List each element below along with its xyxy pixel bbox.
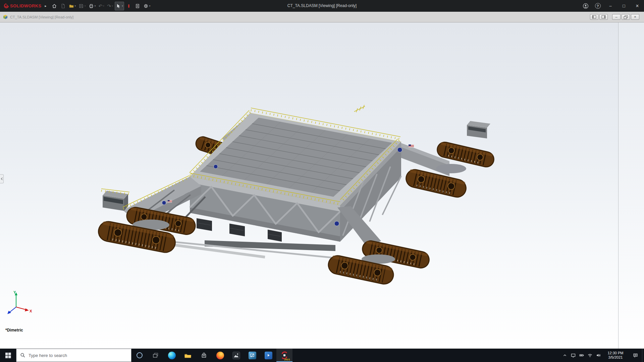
- options-dropdown-caret[interactable]: ▾: [149, 5, 151, 7]
- edrawings-icon: [249, 352, 256, 359]
- battery-tray-button[interactable]: [577, 349, 586, 362]
- volume-tray-button[interactable]: [594, 349, 602, 362]
- media-app-icon: [265, 352, 272, 359]
- media-app-button[interactable]: [260, 349, 276, 362]
- edge-icon: [168, 352, 176, 359]
- hidden-icons-button[interactable]: [560, 349, 569, 362]
- feature-panel-collapse-tab[interactable]: [0, 174, 4, 183]
- minimize-button[interactable]: –: [604, 0, 617, 12]
- dassault-swirl-icon: [3, 3, 9, 9]
- triad-x-label: X: [30, 309, 32, 313]
- document-close-button[interactable]: ×: [631, 14, 639, 20]
- search-icon: [20, 353, 25, 358]
- edge-button[interactable]: [164, 349, 180, 362]
- snapshot-button[interactable]: [125, 2, 133, 10]
- document-restore-button[interactable]: [622, 14, 630, 20]
- maximize-button[interactable]: □: [617, 0, 631, 12]
- display-tray-button[interactable]: [569, 349, 577, 362]
- clock-time: 12:30 PM: [602, 351, 629, 356]
- options-button[interactable]: ▾: [142, 2, 152, 10]
- firefox-button[interactable]: [212, 349, 228, 362]
- account-button[interactable]: [580, 0, 592, 12]
- taskbar-search[interactable]: [16, 349, 131, 362]
- select-cursor-icon: [116, 3, 121, 9]
- assembly-document-icon: [3, 14, 8, 20]
- windows-taskbar: 2021: [0, 349, 644, 362]
- print-icon: [89, 3, 94, 9]
- viewport-pane-left-button[interactable]: [590, 14, 598, 20]
- select-tool-button[interactable]: ▾: [115, 2, 124, 10]
- right-unit-machinery: [436, 164, 466, 173]
- crawler-transporter-model[interactable]: [0, 22, 618, 349]
- panel-collapse-arrow-icon: [1, 177, 3, 180]
- windows-logo-icon: [5, 353, 11, 358]
- solidworks-application-window: SOLIDWORKS ▸ ▾: [0, 0, 644, 362]
- store-icon: [201, 352, 207, 359]
- document-properties-icon: [135, 3, 140, 9]
- task-view-button[interactable]: [148, 349, 164, 362]
- roof-ladder: [354, 105, 365, 112]
- photos-button[interactable]: [228, 349, 244, 362]
- save-button[interactable]: ▾: [77, 2, 87, 10]
- under-deck-shadow: [205, 240, 335, 251]
- undo-icon: ↶: [99, 4, 103, 8]
- menu-flyout-arrow[interactable]: ▸: [45, 4, 47, 8]
- display-icon: [571, 353, 576, 358]
- us-flag-decal-left: [168, 200, 172, 202]
- help-icon: ?: [595, 3, 601, 9]
- task-view-icon: [153, 353, 159, 358]
- new-document-button[interactable]: [59, 2, 67, 10]
- redo-icon: ↷: [107, 4, 111, 8]
- wifi-icon: [587, 353, 593, 358]
- home-button[interactable]: [50, 2, 58, 10]
- show-desktop-button[interactable]: [642, 349, 644, 362]
- select-dropdown-caret[interactable]: ▾: [122, 5, 123, 7]
- print-button[interactable]: ▾: [88, 2, 97, 10]
- document-minimize-button[interactable]: –: [612, 14, 621, 20]
- close-button[interactable]: ×: [631, 0, 644, 12]
- clock-date: 3/5/2021: [602, 355, 629, 360]
- document-title: CT_TA.SLDASM [Viewing] [Read-only]: [10, 15, 73, 19]
- open-document-button[interactable]: ▾: [68, 2, 77, 10]
- help-button[interactable]: ?: [592, 0, 604, 12]
- undo-dropdown-caret[interactable]: ▾: [103, 5, 104, 7]
- redo-dropdown-caret[interactable]: ▾: [112, 5, 113, 7]
- cortana-button[interactable]: [131, 349, 148, 362]
- network-tray-button[interactable]: [586, 349, 594, 362]
- redo-button[interactable]: ↷ ▾: [106, 2, 114, 10]
- firefox-icon: [216, 352, 224, 359]
- orientation-triad[interactable]: Y X: [5, 290, 36, 320]
- document-titlebar: CT_TA.SLDASM [Viewing] [Read-only] –: [0, 12, 644, 22]
- save-icon: [78, 3, 84, 9]
- undo-button[interactable]: ↶ ▾: [97, 2, 105, 10]
- edrawings-button[interactable]: [244, 349, 260, 362]
- rear-right-cab: [467, 121, 490, 138]
- open-dropdown-caret[interactable]: ▾: [75, 5, 76, 7]
- save-dropdown-caret[interactable]: ▾: [85, 5, 86, 7]
- gear-icon: [143, 3, 149, 9]
- chevron-up-icon: [562, 353, 567, 358]
- store-button[interactable]: [196, 349, 212, 362]
- taskbar-clock[interactable]: 12:30 PM 3/5/2021: [602, 349, 629, 362]
- pane-right-icon: [601, 15, 606, 19]
- brand-name: SOLIDWORKS: [10, 3, 42, 8]
- solidworks-app-button[interactable]: 2021: [276, 349, 292, 362]
- home-icon: [52, 3, 57, 9]
- graphics-viewport[interactable]: Y X *Dimetric: [0, 22, 644, 349]
- viewport-pane-right-button[interactable]: [599, 14, 608, 20]
- open-folder-icon: [69, 3, 74, 9]
- account-icon: [583, 3, 589, 9]
- start-button[interactable]: [0, 349, 16, 362]
- new-document-icon: [60, 3, 66, 9]
- speaker-icon: [596, 353, 601, 358]
- photos-icon: [232, 352, 240, 359]
- file-explorer-button[interactable]: [180, 349, 196, 362]
- app-titlebar: SOLIDWORKS ▸ ▾: [0, 0, 644, 12]
- task-pane-strip[interactable]: [618, 22, 644, 349]
- action-center-button[interactable]: [629, 349, 642, 362]
- document-properties-button[interactable]: [133, 2, 142, 10]
- search-input[interactable]: [29, 353, 127, 358]
- print-dropdown-caret[interactable]: ▾: [95, 5, 96, 7]
- action-center-icon: [633, 353, 638, 358]
- restore-icon: [624, 15, 628, 19]
